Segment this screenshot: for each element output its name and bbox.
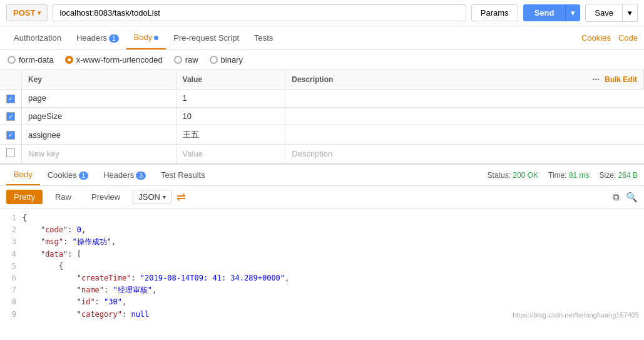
radio-binary[interactable]: binary [210, 55, 243, 64]
view-raw-button[interactable]: Raw [48, 190, 79, 204]
json-format-chevron: ▾ [163, 193, 166, 200]
radio-binary-circle [210, 56, 218, 64]
method-select[interactable]: POST ▾ [6, 4, 48, 21]
headers-badge: 1 [109, 34, 119, 43]
new-row-value[interactable]: Value [176, 145, 285, 163]
watermark: https://blog.csdn.net/belonghuang157405 [513, 311, 639, 319]
row1-checkbox[interactable] [6, 95, 15, 103]
row2-value[interactable]: 10 [176, 107, 285, 125]
headers-resp-badge: 3 [136, 172, 146, 180]
url-input[interactable] [53, 4, 466, 21]
line-number: 8 [0, 296, 23, 308]
row3-value[interactable]: 王五 [176, 125, 285, 145]
method-chevron-icon: ▾ [38, 9, 41, 16]
row1-description[interactable] [285, 90, 644, 108]
row1-value[interactable]: 1 [176, 90, 285, 108]
time-value: 81 ms [569, 171, 590, 180]
row2-description[interactable] [285, 107, 644, 125]
save-group: Save ▾ [585, 4, 638, 22]
line-content: } [23, 321, 644, 321]
code-line: 2 "code": 0, [0, 224, 644, 236]
row3-checkbox[interactable] [6, 131, 15, 140]
view-preview-button[interactable]: Preview [84, 190, 128, 204]
view-pretty-button[interactable]: Pretty [6, 190, 43, 204]
status-label: Status: 200 OK [488, 171, 538, 180]
json-toolbar: Pretty Raw Preview JSON ▾ ⇌ ⧉ 🔍 [0, 186, 644, 209]
line-number: 7 [0, 284, 23, 296]
json-format-select[interactable]: JSON ▾ [133, 190, 171, 204]
bulk-edit-button[interactable]: Bulk Edit [605, 75, 637, 84]
tab-tests[interactable]: Tests [247, 27, 280, 49]
cookies-resp-badge: 1 [79, 172, 89, 180]
table-row: pageSize 10 [0, 107, 644, 125]
radio-x-www-circle [65, 56, 73, 64]
resp-tab-headers[interactable]: Headers3 [96, 165, 153, 185]
body-dot [154, 36, 158, 40]
line-content: "data": [ [23, 249, 644, 260]
th-description: Description ··· Bulk Edit [285, 70, 644, 90]
tab-body[interactable]: Body [126, 26, 166, 49]
save-button[interactable]: Save [585, 4, 623, 22]
send-dropdown-button[interactable]: ▾ [565, 4, 580, 21]
size-value: 264 B [618, 171, 638, 180]
more-options-icon[interactable]: ··· [592, 75, 600, 85]
send-group: Send ▾ [523, 4, 581, 21]
resp-tab-test-results[interactable]: Test Results [153, 165, 213, 185]
response-status: Status: 200 OK Time: 81 ms Size: 264 B [488, 171, 638, 180]
params-table: Key Value Description ··· Bulk Edit page… [0, 70, 644, 163]
code-line: 1{ [0, 212, 644, 224]
code-link[interactable]: Code [618, 33, 638, 43]
th-key: Key [22, 70, 176, 90]
line-number: 3 [0, 236, 23, 248]
table-row: assignee 王五 [0, 125, 644, 145]
cookies-link[interactable]: Cookies [581, 33, 611, 43]
code-line: 10 } [0, 321, 644, 321]
line-number: 6 [0, 272, 23, 284]
code-line: 7 "name": "经理审核", [0, 284, 644, 296]
line-content: "name": "经理审核", [23, 284, 644, 296]
copy-icon[interactable]: ⧉ [613, 192, 620, 203]
time-label: Time: 81 ms [548, 171, 590, 180]
wrap-icon[interactable]: ⇌ [176, 190, 186, 204]
line-content: "id": "30", [23, 296, 644, 308]
line-content: "msg": "操作成功", [23, 236, 644, 248]
line-number: 2 [0, 224, 23, 236]
new-row-description[interactable]: Description [285, 145, 644, 163]
row1-key[interactable]: page [22, 90, 176, 108]
row1-checkbox-cell[interactable] [0, 90, 22, 108]
main-tabs: Authorization Headers1 Body Pre-request … [0, 26, 644, 50]
code-line: 3 "msg": "操作成功", [0, 236, 644, 248]
code-line: 6 "createTime": "2019-08-14T09: 41: 34.2… [0, 272, 644, 284]
radio-raw[interactable]: raw [174, 55, 198, 64]
resp-tab-body[interactable]: Body [6, 165, 40, 185]
radio-x-www-form-urlencoded[interactable]: x-www-form-urlencoded [65, 55, 163, 64]
response-tabs-row: Body Cookies1 Headers3 Test Results Stat… [0, 163, 644, 186]
row2-checkbox[interactable] [6, 112, 15, 121]
row2-key[interactable]: pageSize [22, 107, 176, 125]
th-checkbox [0, 70, 22, 90]
send-button[interactable]: Send [523, 4, 566, 21]
row2-checkbox-cell[interactable] [0, 107, 22, 125]
row3-description[interactable] [285, 125, 644, 145]
search-icon[interactable]: 🔍 [626, 192, 638, 203]
tab-authorization[interactable]: Authorization [6, 27, 69, 49]
body-options: form-data x-www-form-urlencoded raw bina… [0, 50, 644, 70]
th-value: Value [176, 70, 285, 90]
row3-key[interactable]: assignee [22, 125, 176, 145]
tab-prerequest[interactable]: Pre-request Script [166, 27, 247, 49]
save-dropdown-button[interactable]: ▾ [623, 4, 638, 22]
radio-form-data[interactable]: form-data [8, 55, 54, 64]
tabs-right: Cookies Code [581, 33, 638, 43]
resp-tab-cookies[interactable]: Cookies1 [40, 165, 96, 185]
line-number: 9 [0, 309, 23, 321]
size-label: Size: 264 B [600, 171, 638, 180]
params-button[interactable]: Params [471, 4, 518, 21]
tab-headers[interactable]: Headers1 [69, 27, 126, 49]
line-content: { [23, 212, 644, 224]
code-line: 8 "id": "30", [0, 296, 644, 308]
row3-checkbox-cell[interactable] [0, 125, 22, 145]
line-number: 4 [0, 249, 23, 260]
code-line: 4 "data": [ [0, 249, 644, 260]
new-row-key[interactable]: New key [22, 145, 176, 163]
line-number: 1 [0, 212, 23, 224]
